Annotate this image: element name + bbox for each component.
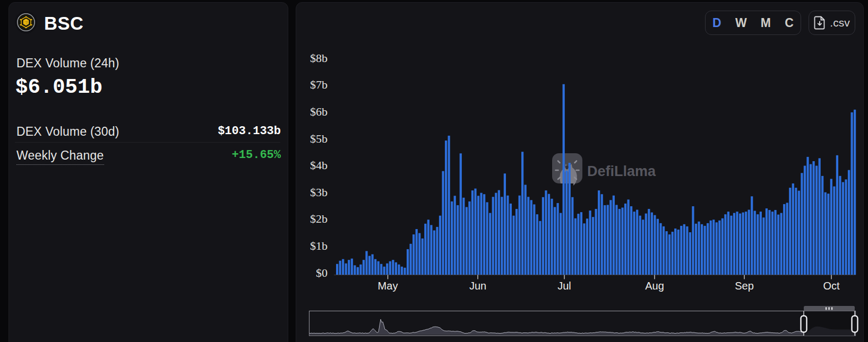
svg-text:Sep: Sep (735, 280, 754, 292)
svg-text:$0: $0 (316, 266, 328, 279)
svg-text:DefiLlama: DefiLlama (587, 163, 656, 179)
svg-text:$5b: $5b (310, 132, 328, 145)
svg-text:Aug: Aug (645, 280, 664, 292)
svg-text:$4b: $4b (310, 159, 328, 172)
svg-text:Oct: Oct (823, 280, 840, 292)
svg-text:$6b: $6b (310, 105, 328, 118)
svg-text:$8b: $8b (310, 51, 328, 65)
svg-text:May: May (378, 280, 398, 292)
svg-text:$2b: $2b (310, 212, 328, 225)
svg-text:Jun: Jun (469, 280, 486, 292)
svg-text:$1b: $1b (310, 239, 328, 252)
svg-text:$7b: $7b (310, 78, 328, 91)
svg-text:Jul: Jul (557, 280, 571, 292)
svg-text:$3b: $3b (310, 186, 328, 199)
